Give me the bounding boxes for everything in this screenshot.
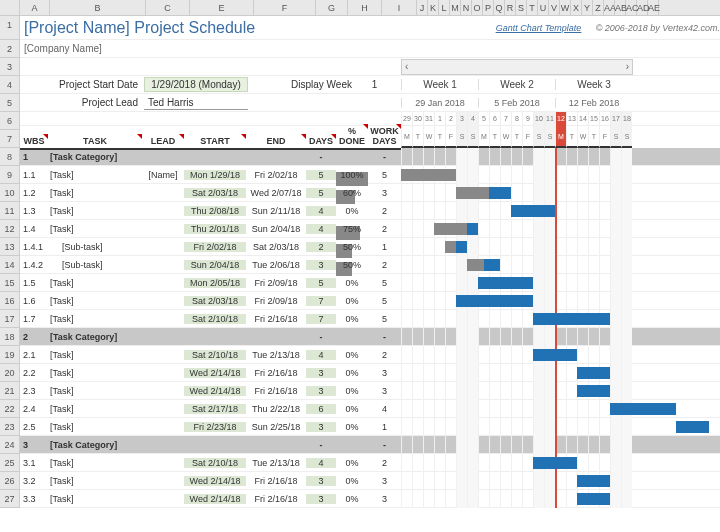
start-cell[interactable]: Wed 2/14/18 xyxy=(184,386,246,396)
task-cell[interactable]: [Task] xyxy=(48,188,142,198)
col-header[interactable]: W xyxy=(560,0,571,15)
col-header[interactable]: X xyxy=(571,0,582,15)
pct-cell[interactable]: 0% xyxy=(336,350,368,360)
pct-cell[interactable]: 0% xyxy=(336,314,368,324)
end-cell[interactable]: Tue 2/13/18 xyxy=(246,458,306,468)
wbs-cell[interactable]: 1.4.1 xyxy=(20,242,48,252)
gantt-cell[interactable] xyxy=(401,436,720,454)
col-header[interactable]: F xyxy=(254,0,316,15)
workdays-cell[interactable]: 2 xyxy=(368,224,401,234)
task-cell[interactable]: [Task] xyxy=(48,314,142,324)
days-cell[interactable]: 4 xyxy=(306,350,336,360)
wbs-cell[interactable]: 1 xyxy=(20,152,48,162)
col-header[interactable]: N xyxy=(461,0,472,15)
workdays-cell[interactable]: 5 xyxy=(368,170,401,180)
row-header[interactable]: 27 xyxy=(0,490,20,508)
row-header[interactable]: 5 xyxy=(0,94,20,112)
task-cell[interactable]: [Task] xyxy=(48,494,142,504)
days-cell[interactable]: 3 xyxy=(306,422,336,432)
gantt-cell[interactable] xyxy=(401,346,720,364)
col-header[interactable]: I xyxy=(382,0,417,15)
nav-prev-button[interactable]: ‹ xyxy=(405,61,408,72)
row-header[interactable]: 1 xyxy=(0,16,20,40)
workdays-cell[interactable]: - xyxy=(368,152,401,162)
row-header[interactable]: 3 xyxy=(0,58,20,76)
end-cell[interactable]: Fri 2/16/18 xyxy=(246,494,306,504)
task-cell[interactable]: [Task] xyxy=(48,476,142,486)
days-cell[interactable]: 7 xyxy=(306,314,336,324)
days-cell[interactable]: 7 xyxy=(306,296,336,306)
workdays-cell[interactable]: 5 xyxy=(368,296,401,306)
days-cell[interactable]: 3 xyxy=(306,494,336,504)
task-cell[interactable]: [Task] xyxy=(48,368,142,378)
template-link[interactable]: Gantt Chart Template xyxy=(496,23,596,33)
pct-cell[interactable]: 0% xyxy=(336,494,368,504)
wbs-cell[interactable]: 3.3 xyxy=(20,494,48,504)
pct-cell[interactable]: 50% xyxy=(336,242,368,252)
days-cell[interactable]: 3 xyxy=(306,368,336,378)
gantt-cell[interactable] xyxy=(401,292,720,310)
wbs-cell[interactable]: 3.2 xyxy=(20,476,48,486)
col-header[interactable]: A xyxy=(20,0,50,15)
start-cell[interactable]: Mon 2/05/18 xyxy=(184,278,246,288)
pct-cell[interactable]: 100% xyxy=(336,170,368,180)
pct-cell[interactable]: 0% xyxy=(336,458,368,468)
col-header[interactable]: S xyxy=(516,0,527,15)
task-cell[interactable]: [Task] xyxy=(48,404,142,414)
wbs-cell[interactable]: 2.5 xyxy=(20,422,48,432)
row-header[interactable]: 19 xyxy=(0,346,20,364)
col-header[interactable]: U xyxy=(538,0,549,15)
workdays-cell[interactable]: 1 xyxy=(368,242,401,252)
days-cell[interactable]: 3 xyxy=(306,386,336,396)
row-header[interactable]: 8 xyxy=(0,148,20,166)
task-cell[interactable]: [Task] xyxy=(48,350,142,360)
row-header[interactable]: 14 xyxy=(0,256,20,274)
start-cell[interactable]: Sat 2/10/18 xyxy=(184,458,246,468)
gantt-cell[interactable] xyxy=(401,202,720,220)
workdays-cell[interactable]: 2 xyxy=(368,350,401,360)
pct-cell[interactable]: 0% xyxy=(336,206,368,216)
end-cell[interactable]: Sat 2/03/18 xyxy=(246,242,306,252)
col-header[interactable]: R xyxy=(505,0,516,15)
wbs-cell[interactable]: 2.2 xyxy=(20,368,48,378)
col-header[interactable]: H xyxy=(348,0,382,15)
task-cell[interactable]: [Sub-task] xyxy=(48,242,142,252)
task-cell[interactable]: [Task] xyxy=(48,278,142,288)
gantt-cell[interactable] xyxy=(401,166,720,184)
end-cell[interactable]: Thu 2/22/18 xyxy=(246,404,306,414)
task-cell[interactable]: [Task] xyxy=(48,296,142,306)
task-cell[interactable]: [Task Category] xyxy=(48,440,142,450)
wbs-cell[interactable]: 2.3 xyxy=(20,386,48,396)
start-cell[interactable]: Sat 2/17/18 xyxy=(184,404,246,414)
pct-cell[interactable]: 75% xyxy=(336,224,368,234)
task-cell[interactable]: [Task Category] xyxy=(48,332,142,342)
col-header[interactable]: AD xyxy=(637,0,648,15)
task-cell[interactable]: [Task] xyxy=(48,386,142,396)
end-cell[interactable]: Fri 2/02/18 xyxy=(246,170,306,180)
row-header[interactable]: 22 xyxy=(0,400,20,418)
workdays-cell[interactable]: - xyxy=(368,440,401,450)
workdays-cell[interactable]: 4 xyxy=(368,404,401,414)
days-cell[interactable]: 2 xyxy=(306,242,336,252)
start-cell[interactable]: Sat 2/03/18 xyxy=(184,188,246,198)
wbs-cell[interactable]: 1.7 xyxy=(20,314,48,324)
nav-next-button[interactable]: › xyxy=(626,61,629,72)
days-cell[interactable]: - xyxy=(306,440,336,450)
wbs-cell[interactable]: 1.6 xyxy=(20,296,48,306)
days-cell[interactable]: 5 xyxy=(306,278,336,288)
pct-cell[interactable]: 0% xyxy=(336,422,368,432)
task-cell[interactable]: [Sub-task] xyxy=(48,260,142,270)
task-cell[interactable]: [Task Category] xyxy=(48,152,142,162)
pct-cell[interactable]: 0% xyxy=(336,296,368,306)
row-header[interactable]: 11 xyxy=(0,202,20,220)
workdays-cell[interactable]: 3 xyxy=(368,368,401,378)
start-cell[interactable]: Wed 2/14/18 xyxy=(184,494,246,504)
col-header[interactable]: E xyxy=(190,0,254,15)
task-cell[interactable]: [Task] xyxy=(48,458,142,468)
start-date-input[interactable]: 1/29/2018 (Monday) xyxy=(144,77,248,92)
end-cell[interactable]: Sun 2/04/18 xyxy=(246,224,306,234)
pct-cell[interactable]: 0% xyxy=(336,476,368,486)
row-header[interactable]: 12 xyxy=(0,220,20,238)
row-header[interactable]: 26 xyxy=(0,472,20,490)
start-cell[interactable]: Sat 2/10/18 xyxy=(184,350,246,360)
